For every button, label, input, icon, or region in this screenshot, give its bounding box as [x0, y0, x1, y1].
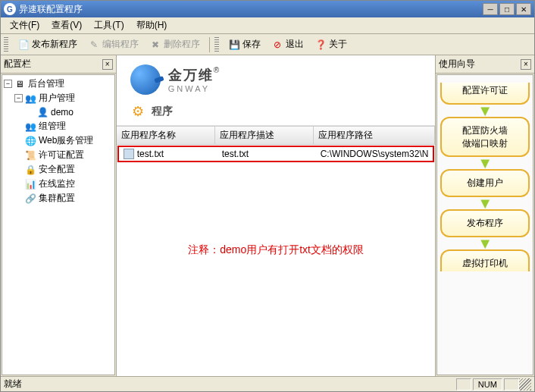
window-title: 异速联配置程序 — [19, 3, 483, 16]
arrow-down-icon: ▼ — [440, 199, 530, 208]
save-label: 保存 — [242, 38, 261, 51]
gnway-logo — [130, 64, 161, 95]
menu-view[interactable]: 查看(V) — [45, 17, 88, 33]
users-icon: 👥 — [24, 93, 36, 105]
tree-monitor[interactable]: 📊在线监控 — [2, 177, 114, 191]
delete-button[interactable]: ✖删除程序 — [145, 36, 205, 52]
monitor-icon: 📊 — [24, 178, 36, 190]
right-panel-header: 使用向导 × — [436, 55, 534, 74]
left-panel-title: 配置栏 — [4, 58, 31, 71]
col-name[interactable]: 应用程序名称 — [117, 127, 215, 144]
delete-label: 删除程序 — [164, 38, 200, 51]
tree-cluster-label: 集群配置 — [39, 192, 75, 205]
tree-security[interactable]: 🔒安全配置 — [2, 162, 114, 177]
user-icon: 👤 — [36, 106, 48, 118]
right-panel-title: 使用向导 — [439, 58, 475, 71]
menu-help[interactable]: 帮助(H) — [130, 17, 174, 33]
about-button[interactable]: ❓关于 — [310, 36, 352, 52]
cell-path: C:\WINDOWS\system32\N — [316, 147, 433, 161]
wizard-area: 配置许可证 ▼ 配置防火墙做端口映射 ▼ 创建用户 ▼ 发布程序 ▼ 虚拟打印机 — [436, 74, 533, 375]
brand-reg: ® — [214, 66, 219, 74]
cell-name: test.txt — [137, 149, 164, 159]
menu-file[interactable]: 文件(F) — [4, 17, 45, 33]
toolbar: 📄发布新程序 ✎编辑程序 ✖删除程序 💾保存 ⊘退出 ❓关于 — [1, 34, 534, 55]
exit-label: 退出 — [286, 38, 304, 51]
wizard-step2a-label: 配置防火墙 — [462, 125, 508, 136]
maximize-button[interactable]: □ — [499, 3, 515, 15]
edit-icon: ✎ — [88, 39, 100, 51]
left-panel-header: 配置栏 × — [1, 55, 116, 74]
col-desc[interactable]: 应用程序描述 — [215, 127, 314, 144]
wizard-step3-label: 创建用户 — [467, 177, 503, 188]
brand-en: GNWAY — [168, 84, 219, 93]
tree-root[interactable]: −🖥后台管理 — [2, 77, 114, 91]
tree-monitor-label: 在线监控 — [39, 177, 75, 190]
exit-button[interactable]: ⊘退出 — [267, 36, 308, 52]
publish-icon: 📄 — [17, 39, 30, 51]
col-path[interactable]: 应用程序路径 — [314, 127, 436, 144]
file-icon — [124, 149, 134, 159]
wizard-step-createuser[interactable]: 创建用户 — [440, 169, 530, 197]
toolbar-separator — [209, 37, 210, 52]
left-panel-close[interactable]: × — [102, 59, 113, 70]
wizard-step1-label: 配置许可证 — [462, 85, 508, 96]
arrow-down-icon: ▼ — [440, 158, 530, 168]
right-panel-close[interactable]: × — [521, 59, 531, 70]
tree-user-mgmt[interactable]: −👥用户管理 — [2, 91, 114, 105]
toolbar-grip — [4, 37, 8, 52]
cell-desc: test.txt — [217, 147, 316, 161]
edit-label: 编辑程序 — [102, 38, 139, 51]
web-icon: 🌐 — [24, 135, 36, 147]
about-label: 关于 — [329, 38, 347, 51]
save-button[interactable]: 💾保存 — [224, 36, 265, 52]
license-icon: 📜 — [24, 149, 36, 162]
wizard-step-printer[interactable]: 虚拟打印机 — [440, 249, 530, 271]
wizard-step-license[interactable]: 配置许可证 — [440, 83, 530, 105]
collapse-icon[interactable]: − — [14, 94, 23, 102]
tree-license[interactable]: 📜许可证配置 — [2, 148, 114, 162]
app-icon: G — [4, 3, 16, 15]
cluster-icon: 🔗 — [24, 193, 36, 205]
toolbar-grip-2 — [214, 37, 219, 52]
tree-user-mgmt-label: 用户管理 — [39, 92, 75, 105]
statusbar: 就绪 NUM — [1, 376, 534, 391]
list-row[interactable]: test.txt test.txt C:\WINDOWS\system32\N — [117, 146, 435, 162]
wizard-step-publish[interactable]: 发布程序 — [440, 209, 530, 237]
section-title: 程序 — [152, 105, 173, 118]
list-header: 应用程序名称 应用程序描述 应用程序路径 — [117, 126, 436, 145]
edit-button[interactable]: ✎编辑程序 — [83, 36, 143, 52]
center-panel: 金万维® GNWAY ⚙ 程序 应用程序名称 应用程序描述 应用程序路径 tes… — [117, 55, 436, 376]
tree-web-svc[interactable]: 🌐Web服务管理 — [2, 133, 114, 148]
menu-tools[interactable]: 工具(T) — [88, 17, 130, 33]
status-text: 就绪 — [4, 378, 455, 390]
server-icon: 🖥 — [14, 78, 26, 90]
status-cell-empty2 — [504, 378, 519, 390]
about-icon: ❓ — [314, 39, 327, 51]
tree-group-label: 组管理 — [39, 120, 66, 133]
tree-demo-label: demo — [51, 107, 74, 118]
minimize-button[interactable]: ─ — [483, 3, 498, 15]
tree-demo-user[interactable]: 👤demo — [2, 105, 114, 119]
arrow-down-icon: ▼ — [440, 106, 530, 115]
close-button[interactable]: ✕ — [516, 3, 531, 15]
publish-label: 发布新程序 — [32, 38, 77, 51]
publish-button[interactable]: 📄发布新程序 — [13, 36, 82, 52]
tree-group-mgmt[interactable]: 👥组管理 — [2, 119, 114, 133]
tree-license-label: 许可证配置 — [39, 149, 84, 162]
group-icon: 👥 — [24, 121, 36, 133]
collapse-icon[interactable]: − — [4, 80, 12, 88]
right-panel: 使用向导 × 配置许可证 ▼ 配置防火墙做端口映射 ▼ 创建用户 ▼ 发布程序 … — [436, 55, 534, 376]
brand-cn: 金万维 — [168, 67, 214, 83]
status-cell-empty — [456, 378, 471, 390]
save-icon: 💾 — [228, 39, 240, 51]
wizard-step4-label: 发布程序 — [467, 218, 503, 228]
tree-root-label: 后台管理 — [28, 77, 64, 90]
resize-grip[interactable] — [519, 378, 531, 390]
nav-tree: −🖥后台管理 −👥用户管理 👤demo 👥组管理 🌐Web服务管理 📜许可证配置… — [2, 74, 115, 375]
exit-icon: ⊘ — [271, 39, 283, 51]
brand-row: 金万维® GNWAY — [117, 55, 436, 98]
delete-icon: ✖ — [149, 39, 161, 51]
tree-cluster[interactable]: 🔗集群配置 — [2, 191, 114, 205]
annotation-text: 注释：demo用户有打开txt文档的权限 — [117, 243, 436, 257]
wizard-step-firewall[interactable]: 配置防火墙做端口映射 — [440, 117, 530, 158]
